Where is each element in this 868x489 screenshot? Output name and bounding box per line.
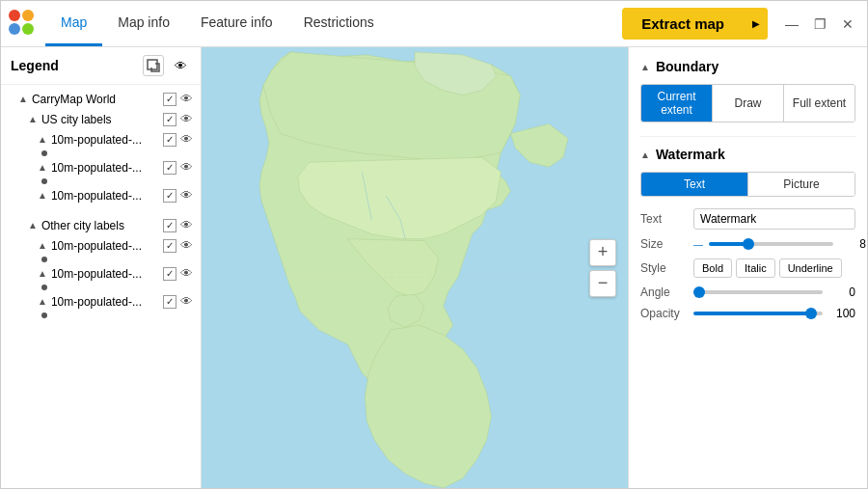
boundary-title: Boundary	[656, 59, 719, 74]
collapse-triangle[interactable]: ▲	[38, 190, 47, 201]
watermark-section-header: ▲ Watermark	[640, 147, 855, 162]
restore-button[interactable]: ❐	[808, 14, 832, 34]
collapse-triangle[interactable]: ▲	[28, 114, 38, 124]
watermark-size-slider-wrap: — 8	[693, 237, 866, 251]
watermark-opacity-value: 100	[828, 307, 855, 320]
legend-export-icon[interactable]	[143, 55, 164, 76]
dot-marker	[41, 285, 47, 290]
list-item: ▲ Other city labels 👁	[1, 215, 201, 235]
visibility-toggle[interactable]: 👁	[180, 160, 193, 175]
layer-label: US city labels	[41, 113, 159, 126]
logo-circle-green	[22, 23, 34, 35]
style-italic-button[interactable]: Italic	[736, 258, 775, 278]
watermark-text-tab[interactable]: Text	[641, 173, 748, 196]
watermark-size-slider[interactable]	[709, 242, 833, 246]
layer-label: 10m-populated-...	[51, 133, 159, 147]
list-item: ▲ 10m-populated-... 👁	[1, 185, 201, 205]
watermark-text-input[interactable]	[693, 208, 855, 230]
svg-rect-0	[148, 60, 157, 69]
visibility-toggle[interactable]: 👁	[180, 188, 193, 203]
watermark-title: Watermark	[656, 147, 725, 162]
dot-marker	[41, 312, 47, 318]
collapse-triangle[interactable]: ▲	[18, 94, 28, 104]
watermark-opacity-label: Opacity	[640, 307, 693, 320]
slider-left-icon: —	[693, 239, 703, 250]
boundary-draw-button[interactable]: Draw	[713, 85, 784, 122]
boundary-current-extent-button[interactable]: Current extent	[641, 85, 713, 122]
boundary-full-extent-button[interactable]: Full extent	[784, 85, 854, 122]
watermark-angle-slider[interactable]	[693, 290, 823, 294]
collapse-triangle[interactable]: ▲	[28, 220, 38, 231]
legend-panel: Legend 👁 ▲ CarryMap World 👁	[1, 47, 202, 488]
layer-label: 10m-populated-...	[51, 267, 159, 281]
collapse-triangle[interactable]: ▲	[38, 134, 47, 145]
list-item: ▲ 10m-populated-... 👁	[1, 129, 201, 149]
visibility-toggle[interactable]: 👁	[180, 294, 193, 309]
watermark-angle-slider-wrap: 0	[693, 285, 855, 299]
export-svg	[147, 59, 160, 72]
layer-checkbox[interactable]	[163, 161, 176, 175]
boundary-section-header: ▲ Boundary	[640, 59, 855, 74]
layer-label: CarryMap World	[32, 93, 159, 106]
collapse-triangle[interactable]: ▲	[38, 268, 47, 279]
collapse-triangle[interactable]: ▲	[38, 296, 47, 307]
tab-map[interactable]: Map	[45, 1, 102, 46]
visibility-toggle[interactable]: 👁	[180, 266, 193, 281]
close-button[interactable]: ✕	[836, 14, 859, 34]
right-panel: ▲ Boundary Current extent Draw Full exte…	[628, 47, 867, 488]
watermark-style-buttons: Bold Italic Underline	[693, 258, 842, 278]
watermark-picture-tab[interactable]: Picture	[748, 173, 854, 196]
layer-checkbox[interactable]	[163, 133, 176, 147]
layer-checkbox[interactable]	[163, 113, 176, 126]
layer-checkbox[interactable]	[163, 267, 176, 281]
list-item	[1, 312, 201, 319]
list-item: ▲ US city labels 👁	[1, 109, 201, 129]
map-area[interactable]: + −	[202, 47, 628, 488]
visibility-toggle[interactable]: 👁	[180, 238, 193, 253]
list-item	[1, 177, 201, 185]
legend-header: Legend 👁	[1, 47, 201, 85]
layer-label: 10m-populated-...	[51, 161, 159, 175]
watermark-opacity-slider[interactable]	[693, 312, 823, 315]
collapse-triangle[interactable]: ▲	[38, 162, 47, 173]
watermark-angle-row: Angle 0	[640, 285, 855, 299]
watermark-size-value: 8	[839, 237, 866, 251]
zoom-in-button[interactable]: +	[589, 239, 616, 266]
gap-spacer	[1, 205, 201, 215]
boundary-collapse-triangle[interactable]: ▲	[640, 62, 650, 72]
tab-restrictions[interactable]: Restrictions	[288, 1, 390, 46]
tab-feature-info[interactable]: Feature info	[185, 1, 288, 46]
visibility-toggle[interactable]: 👁	[180, 112, 193, 126]
win-controls: — ❐ ✕	[779, 14, 859, 34]
layer-checkbox[interactable]	[163, 189, 176, 203]
collapse-triangle[interactable]: ▲	[38, 240, 47, 251]
watermark-style-row: Style Bold Italic Underline	[640, 258, 855, 278]
style-underline-button[interactable]: Underline	[779, 258, 842, 278]
layer-checkbox[interactable]	[163, 219, 176, 232]
watermark-angle-value: 0	[828, 285, 855, 299]
watermark-collapse-triangle[interactable]: ▲	[640, 149, 650, 160]
legend-visibility-icon[interactable]: 👁	[170, 55, 191, 76]
boundary-button-group: Current extent Draw Full extent	[640, 84, 855, 122]
watermark-tab-group: Text Picture	[640, 172, 855, 197]
minimize-button[interactable]: —	[779, 14, 804, 34]
watermark-size-row: Size — 8	[640, 237, 855, 251]
list-item: ▲ 10m-populated-... 👁	[1, 157, 201, 177]
tab-map-info[interactable]: Map info	[102, 1, 185, 46]
app-window: Map Map info Feature info Restrictions E…	[0, 0, 868, 489]
layer-checkbox[interactable]	[163, 239, 176, 253]
style-bold-button[interactable]: Bold	[693, 258, 732, 278]
visibility-toggle[interactable]: 👁	[180, 132, 193, 147]
dot-marker	[41, 257, 47, 262]
extract-group: Extract map ▶	[622, 8, 768, 40]
watermark-opacity-slider-wrap: 100	[693, 307, 855, 320]
logo-circle-orange	[22, 10, 34, 21]
extract-dropdown-arrow[interactable]: ▶	[745, 8, 768, 40]
extract-map-button[interactable]: Extract map	[622, 8, 744, 40]
zoom-out-button[interactable]: −	[589, 270, 616, 297]
section-divider	[640, 136, 855, 137]
visibility-toggle[interactable]: 👁	[180, 218, 193, 232]
visibility-toggle[interactable]: 👁	[180, 92, 193, 106]
layer-checkbox[interactable]	[163, 295, 176, 309]
layer-checkbox[interactable]	[163, 93, 176, 106]
